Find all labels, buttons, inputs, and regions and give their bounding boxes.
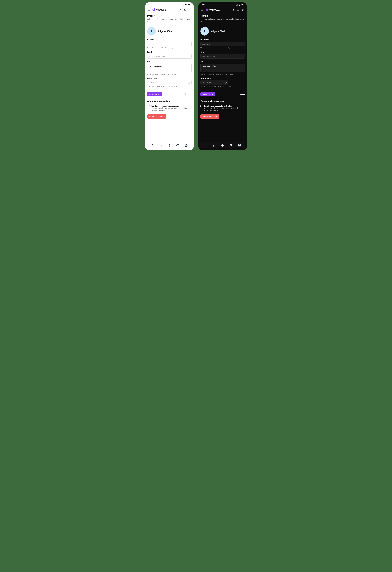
brand-logo[interactable]: youtwo.ai xyxy=(205,8,220,12)
logout-label: Log out xyxy=(239,93,245,95)
email-input[interactable] xyxy=(200,54,245,59)
confirm-deactivation-checkbox[interactable] xyxy=(147,105,150,108)
bio-hint: What do you want AI models to know about… xyxy=(200,73,245,75)
notifications-button[interactable] xyxy=(184,8,187,12)
email-label: Email xyxy=(200,51,245,53)
display-name: Aligator3000 xyxy=(211,30,225,33)
brand-logo[interactable]: youtwo.ai xyxy=(152,8,167,12)
logo-mark-icon xyxy=(152,8,156,12)
image-icon xyxy=(176,144,179,147)
bio-label: Bio xyxy=(200,61,245,63)
brand-name: youtwo.ai xyxy=(209,9,220,11)
dob-input[interactable] xyxy=(147,80,192,85)
signal-icon xyxy=(182,4,184,6)
wifi-icon xyxy=(238,4,240,6)
dob-label: Date of birth xyxy=(200,77,245,79)
logout-icon xyxy=(236,93,238,95)
status-time: 9:41 xyxy=(201,4,205,6)
page-title: Profile xyxy=(147,14,192,17)
hamburger-icon xyxy=(147,9,150,11)
chat-icon xyxy=(221,144,224,147)
nav-chat[interactable] xyxy=(221,144,224,147)
display-name: Aligator3000 xyxy=(158,30,172,33)
logout-button[interactable]: Log out xyxy=(236,93,245,95)
username-input[interactable] xyxy=(147,42,192,46)
sun-icon xyxy=(232,9,235,11)
username-hint: This is the name models will address you… xyxy=(200,47,245,49)
avatar[interactable]: A xyxy=(200,27,209,35)
confirm-deactivation-label: I confirm my account deactivation xyxy=(204,105,245,107)
chat-icon xyxy=(168,144,171,147)
username-input[interactable] xyxy=(200,42,245,46)
bio-label: Bio xyxy=(147,61,192,63)
status-icons xyxy=(182,4,191,6)
nav-trending[interactable] xyxy=(204,144,207,147)
nav-profile[interactable] xyxy=(185,144,188,147)
deactivation-title: Account deactivation xyxy=(200,100,245,102)
confirm-deactivation-checkbox[interactable] xyxy=(200,105,203,108)
page-subtitle: Edit your preferences and make sure mode… xyxy=(200,18,245,23)
avatar[interactable]: A xyxy=(147,27,156,35)
calendar-icon[interactable] xyxy=(188,81,190,84)
theme-toggle[interactable] xyxy=(179,8,182,12)
fire-icon xyxy=(151,144,154,147)
bio-input[interactable] xyxy=(200,64,245,72)
dob-label: Date of birth xyxy=(147,77,192,79)
wifi-icon xyxy=(185,4,187,6)
image-icon xyxy=(229,144,232,147)
star-icon xyxy=(159,144,162,147)
bell-icon xyxy=(184,9,186,11)
nav-gallery[interactable] xyxy=(176,144,179,147)
menu-button[interactable] xyxy=(200,8,204,12)
brand-name: youtwo.ai xyxy=(156,9,167,11)
coin-icon xyxy=(189,9,191,11)
page-subtitle: Edit your preferences and make sure mode… xyxy=(147,18,192,23)
notifications-button[interactable] xyxy=(237,8,240,12)
nav-favorites[interactable] xyxy=(213,144,216,147)
battery-icon xyxy=(188,4,191,6)
fire-icon xyxy=(204,144,207,147)
battery-icon xyxy=(241,4,244,6)
username-label: Username xyxy=(200,39,245,41)
email-label: Email xyxy=(147,51,192,53)
signal-icon xyxy=(235,4,238,6)
theme-toggle[interactable] xyxy=(232,8,235,12)
page-title: Profile xyxy=(200,14,245,17)
home-indicator xyxy=(215,149,230,149)
logout-icon xyxy=(182,93,185,95)
calendar-icon[interactable] xyxy=(225,81,227,84)
confirm-deactivation-desc: permanently delete this account and all … xyxy=(151,107,192,112)
hamburger-icon xyxy=(201,9,203,11)
update-profile-button[interactable]: Update profile xyxy=(200,92,215,96)
nav-chat[interactable] xyxy=(168,144,171,147)
home-indicator xyxy=(162,149,177,149)
dob-input[interactable] xyxy=(200,80,228,85)
deactivate-account-button[interactable]: Deactivate account xyxy=(200,114,219,119)
dob-hint: Your date of birth is used to calculate … xyxy=(147,86,192,87)
confirm-deactivation-desc: permanently delete this account and all … xyxy=(204,107,245,112)
credits-button[interactable] xyxy=(188,8,192,12)
dob-hint: Your date of birth is used to calculate … xyxy=(200,86,245,87)
logo-mark-icon xyxy=(205,8,209,12)
username-hint: This is the name models will address you… xyxy=(147,47,192,49)
logout-label: Log out xyxy=(186,93,192,95)
bio-input[interactable] xyxy=(147,64,192,72)
username-label: Username xyxy=(147,39,192,41)
menu-button[interactable] xyxy=(147,8,150,12)
logout-button[interactable]: Log out xyxy=(182,93,192,95)
nav-favorites[interactable] xyxy=(159,144,162,147)
nav-trending[interactable] xyxy=(151,144,154,147)
email-input[interactable] xyxy=(147,54,192,59)
nav-gallery[interactable] xyxy=(229,144,232,147)
credits-button[interactable] xyxy=(242,8,245,12)
bio-hint: What do you want AI models to know about… xyxy=(147,73,192,75)
confirm-deactivation-label: I confirm my account deactivation xyxy=(151,105,192,107)
star-icon xyxy=(213,144,216,147)
deactivation-title: Account deactivation xyxy=(147,100,192,102)
update-profile-button[interactable]: Update profile xyxy=(147,92,162,96)
deactivate-account-button[interactable]: Deactivate account xyxy=(147,114,166,119)
nav-profile[interactable] xyxy=(238,144,241,147)
status-time: 9:41 xyxy=(148,4,152,6)
sun-icon xyxy=(179,9,182,11)
bell-icon xyxy=(237,9,240,11)
